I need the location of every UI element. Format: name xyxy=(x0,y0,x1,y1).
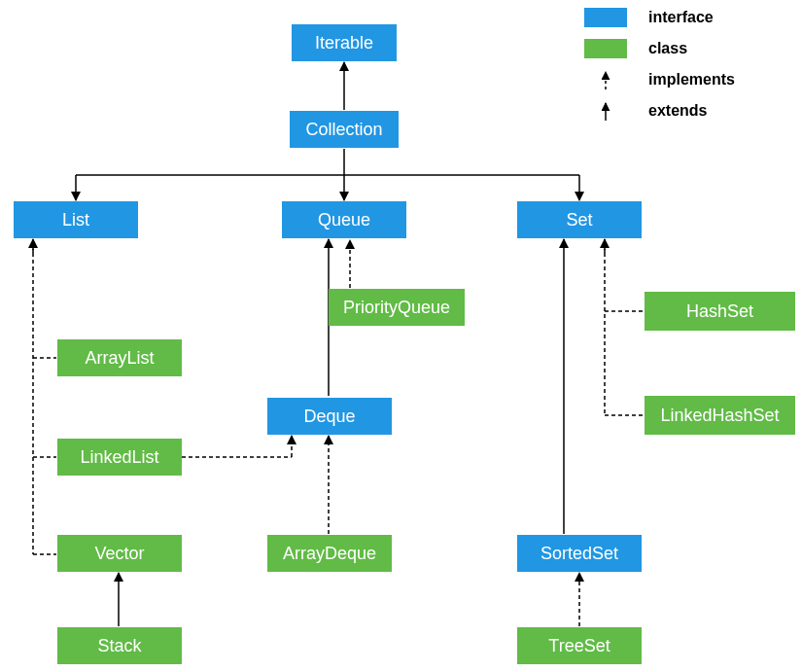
legend-row-implements: implements xyxy=(584,67,735,92)
legend-line-extends xyxy=(584,101,627,121)
legend-swatch-class xyxy=(584,39,627,58)
node-deque: Deque xyxy=(267,398,392,435)
node-label: HashSet xyxy=(686,301,753,322)
node-label: LinkedHashSet xyxy=(660,406,779,426)
legend-label-class: class xyxy=(648,40,687,57)
node-label: Queue xyxy=(318,210,370,230)
node-label: Set xyxy=(566,210,592,230)
legend-label-interface: interface xyxy=(648,9,714,26)
node-arraylist: ArrayList xyxy=(57,339,182,376)
node-linkedhashset: LinkedHashSet xyxy=(645,396,795,435)
node-collection: Collection xyxy=(290,111,399,148)
node-list: List xyxy=(14,201,138,238)
node-label: TreeSet xyxy=(548,636,610,656)
node-hashset: HashSet xyxy=(645,292,795,331)
node-linkedlist: LinkedList xyxy=(57,439,182,476)
node-set: Set xyxy=(517,201,642,238)
node-label: Collection xyxy=(305,120,382,140)
node-label: ArrayDeque xyxy=(283,544,376,564)
node-label: PriorityQueue xyxy=(343,298,450,318)
diagram-canvas: Iterable Collection List Queue Set Prior… xyxy=(0,0,802,672)
node-arraydeque: ArrayDeque xyxy=(267,535,392,572)
node-stack: Stack xyxy=(57,627,182,664)
node-queue: Queue xyxy=(282,201,406,238)
legend-row-extends: extends xyxy=(584,98,735,124)
node-label: LinkedList xyxy=(80,447,158,468)
node-label: Deque xyxy=(303,407,355,427)
node-priorityqueue: PriorityQueue xyxy=(329,289,465,326)
node-vector: Vector xyxy=(57,535,182,572)
node-label: SortedSet xyxy=(540,544,618,564)
legend-swatch-interface xyxy=(584,8,627,27)
node-label: ArrayList xyxy=(85,348,154,369)
node-iterable: Iterable xyxy=(292,24,397,61)
node-label: Stack xyxy=(97,636,141,656)
legend-label-extends: extends xyxy=(648,102,707,120)
node-label: Vector xyxy=(94,544,144,564)
node-label: List xyxy=(62,210,89,230)
legend: interface class implements extends xyxy=(584,5,735,129)
legend-label-implements: implements xyxy=(648,71,735,88)
legend-line-implements xyxy=(584,70,627,89)
legend-row-class: class xyxy=(584,36,735,61)
node-treeset: TreeSet xyxy=(517,627,642,664)
node-label: Iterable xyxy=(315,33,373,53)
legend-row-interface: interface xyxy=(584,5,735,30)
node-sortedset: SortedSet xyxy=(517,535,642,572)
